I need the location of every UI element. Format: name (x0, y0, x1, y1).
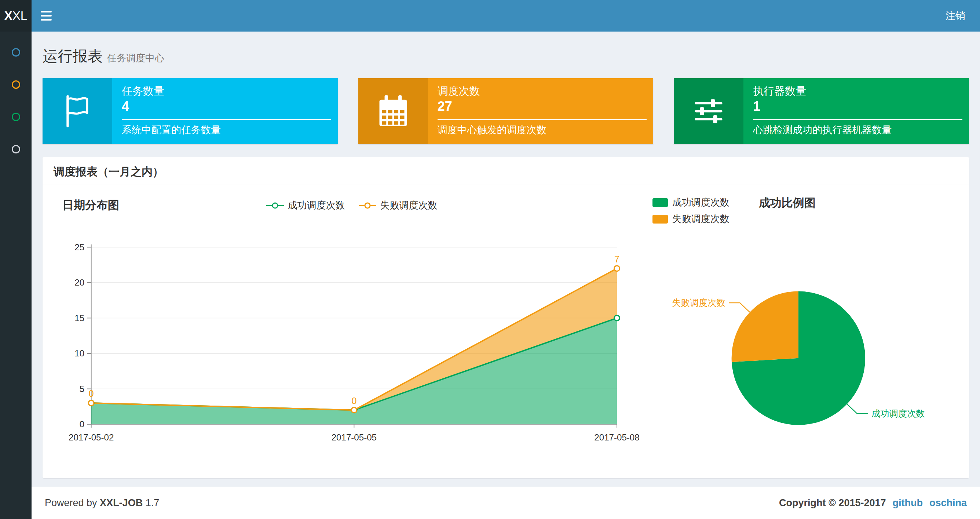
page-title: 运行报表任务调度中心 (43, 46, 969, 66)
sidebar (0, 32, 32, 519)
sliders-icon (674, 78, 743, 144)
svg-text:0: 0 (352, 396, 356, 406)
success-ratio-section: 成功调度次数失败调度次数 成功比例图 成功调度次数失败调度次数 (651, 194, 959, 468)
divider (122, 119, 331, 120)
info-box-desc: 心跳检测成功的执行器机器数量 (753, 125, 963, 136)
flag-icon (43, 78, 112, 144)
powered-by: Powered by XXL-JOB 1.7 (45, 497, 159, 509)
app-logo[interactable]: XXL (0, 0, 32, 32)
info-box-triggers: 调度次数 27 调度中心触发的调度次数 (358, 78, 654, 144)
summary-boxes: 任务数量 4 系统中配置的任务数量 (43, 78, 969, 144)
copyright: Copyright © 2015-2017 (779, 497, 886, 509)
divider (438, 119, 647, 120)
info-box-title: 任务数量 (122, 85, 331, 97)
legend-item[interactable]: 失败调度次数 (652, 212, 730, 225)
svg-text:2017-05-08: 2017-05-08 (594, 433, 639, 442)
oschina-link[interactable]: oschina (929, 497, 967, 509)
copyright-area: Copyright © 2015-2017 github oschina (779, 497, 967, 509)
svg-text:2017-05-02: 2017-05-02 (68, 433, 114, 442)
legend-swatch-icon (652, 215, 668, 224)
brand-name: XXL-JOB (100, 497, 143, 508)
svg-text:15: 15 (75, 313, 84, 323)
legend-swatch-icon (652, 198, 668, 207)
svg-text:25: 25 (75, 242, 84, 252)
main-content: 运行报表任务调度中心 任务数量 4 (32, 32, 980, 487)
info-box-title: 执行器数量 (753, 85, 963, 97)
svg-text:0: 0 (80, 419, 84, 429)
info-box-desc: 系统中配置的任务数量 (122, 125, 331, 136)
svg-text:7: 7 (614, 254, 619, 264)
page-subtitle: 任务调度中心 (107, 53, 164, 64)
sidebar-item-report[interactable] (0, 36, 32, 68)
info-box-number: 1 (753, 99, 963, 114)
svg-text:失败调度次数: 失败调度次数 (672, 298, 725, 308)
legend-item[interactable]: 成功调度次数 (652, 196, 730, 209)
panel-title: 调度报表（一月之内） (43, 157, 969, 185)
calendar-icon (358, 78, 428, 144)
svg-text:20: 20 (75, 278, 84, 287)
info-box-desc: 调度中心触发的调度次数 (438, 125, 647, 136)
legend-item[interactable]: 成功调度次数 (266, 199, 345, 212)
circle-icon (12, 145, 20, 153)
logo-text-bold: X (5, 9, 13, 23)
info-box-number: 4 (122, 99, 331, 114)
line-chart-legend: 成功调度次数失败调度次数 (52, 199, 651, 212)
circle-icon (12, 80, 20, 89)
info-box-executors: 执行器数量 1 心跳检测成功的执行器机器数量 (674, 78, 969, 144)
github-link[interactable]: github (893, 497, 923, 509)
svg-text:5: 5 (80, 384, 84, 394)
circle-icon (12, 48, 20, 56)
pie-chart-title: 成功比例图 (759, 195, 816, 211)
legend-item[interactable]: 失败调度次数 (358, 199, 437, 212)
svg-text:2017-05-05: 2017-05-05 (332, 433, 377, 442)
legend-marker-icon (358, 201, 377, 210)
navbar: XXL 注销 (0, 0, 980, 32)
pie-chart: 成功调度次数失败调度次数 (651, 241, 959, 468)
sidebar-toggle-button[interactable] (32, 0, 61, 32)
svg-text:0: 0 (89, 388, 94, 399)
pie-chart-legend: 成功调度次数失败调度次数 (652, 196, 730, 225)
info-box-jobs: 任务数量 4 系统中配置的任务数量 (43, 78, 338, 144)
info-box-number: 27 (438, 99, 647, 114)
info-box-title: 调度次数 (438, 85, 647, 97)
logo-text: XL (13, 9, 27, 23)
date-line-chart: 05101520252017-05-022017-05-052017-05-08… (52, 217, 651, 455)
divider (753, 119, 963, 120)
content-header: 运行报表任务调度中心 (32, 32, 980, 66)
app: XXL 注销 运行报表任务调度中心 (0, 0, 980, 519)
hamburger-icon (41, 11, 52, 13)
circle-icon (12, 113, 20, 121)
sidebar-item-jobs[interactable] (0, 68, 32, 101)
svg-text:成功调度次数: 成功调度次数 (872, 409, 925, 418)
sidebar-item-logs[interactable] (0, 101, 32, 133)
version: 1.7 (146, 497, 159, 508)
panel-body: 日期分布图 成功调度次数失败调度次数 05101520252017-05-022… (43, 185, 969, 478)
svg-text:10: 10 (75, 348, 84, 358)
sidebar-item-executors[interactable] (0, 133, 32, 165)
logout-link[interactable]: 注销 (931, 0, 980, 32)
report-panel: 调度报表（一月之内） 日期分布图 成功调度次数失败调度次数 0510152025… (43, 157, 969, 478)
footer: Powered by XXL-JOB 1.7 Copyright © 2015-… (32, 487, 980, 519)
date-distribution-section: 日期分布图 成功调度次数失败调度次数 05101520252017-05-022… (52, 194, 651, 468)
legend-marker-icon (266, 201, 285, 210)
